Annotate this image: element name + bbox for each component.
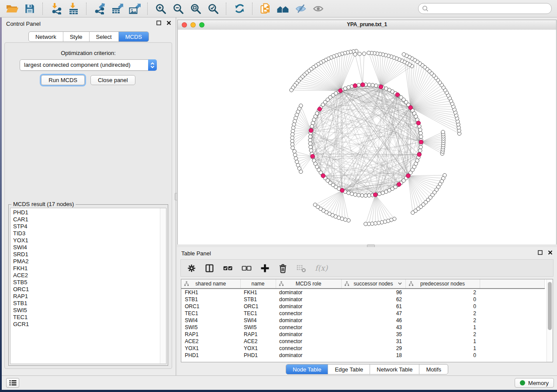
cell-predecessor-nodes: 2 — [405, 289, 480, 296]
select-all-icon — [223, 264, 233, 273]
criterion-dropdown[interactable]: largest connected component (undirected) — [20, 59, 157, 71]
mcds-result-item[interactable]: GCR1 — [13, 321, 166, 328]
hide-selected-button[interactable] — [293, 2, 308, 16]
show-columns-button[interactable] — [205, 264, 214, 273]
control-panel-tab[interactable]: Style — [63, 32, 90, 41]
close-panel-icon[interactable] — [166, 21, 171, 25]
cell-name: YOX1 — [240, 345, 276, 352]
mcds-result-item[interactable]: TEC1 — [13, 314, 166, 321]
column-header[interactable]: shared name — [181, 279, 240, 289]
cell-mcds-role: dominator — [276, 303, 341, 310]
float-panel-icon[interactable] — [156, 21, 161, 25]
table-scrollbar[interactable] — [547, 279, 553, 362]
mcds-result-item[interactable]: RAP1 — [13, 293, 166, 300]
table-row[interactable]: SWI4 SWI4 dominator 46 2 — [181, 317, 544, 324]
duplicate-network-icon — [260, 3, 272, 15]
table-tab[interactable]: Network Table — [370, 364, 419, 374]
select-all-button[interactable] — [223, 264, 233, 273]
table-scrollbar-thumb[interactable] — [548, 282, 552, 330]
table-row[interactable]: FKH1 FKH1 dominator 96 2 — [181, 289, 544, 296]
export-network-button[interactable] — [92, 2, 107, 16]
mcds-result-item[interactable]: STB5 — [13, 279, 166, 286]
eye-slash-icon — [295, 3, 307, 14]
table-row[interactable]: SWI5 SWI5 connector 43 1 — [181, 324, 544, 331]
column-header[interactable]: MCDS role — [276, 279, 341, 289]
export-table-icon — [111, 3, 123, 14]
mcds-result-item[interactable]: ACE2 — [13, 272, 166, 279]
mcds-result-item[interactable]: SRD1 — [13, 251, 166, 258]
table-tab[interactable]: Edge Table — [328, 364, 370, 374]
export-image-button[interactable] — [127, 2, 142, 16]
refresh-button[interactable] — [232, 2, 247, 16]
optimization-criterion-label: Optimization criterion: — [5, 50, 172, 56]
memory-button[interactable]: Memory — [515, 378, 554, 388]
save-session-button[interactable] — [22, 2, 37, 16]
first-neighbors-button[interactable] — [276, 2, 291, 16]
cell-name: SWI4 — [240, 317, 276, 324]
cell-successor-nodes: 35 — [341, 331, 405, 338]
deselect-all-button[interactable] — [242, 264, 252, 273]
export-table-button[interactable] — [110, 2, 125, 16]
control-panel-tab[interactable]: Network — [29, 32, 63, 41]
function-builder-button[interactable]: f(x) — [315, 264, 328, 272]
network-canvas[interactable] — [178, 30, 556, 245]
delete-column-button[interactable] — [296, 263, 306, 273]
control-panel-tab[interactable]: MCDS — [119, 32, 149, 41]
mcds-result-item[interactable]: STB1 — [13, 300, 166, 307]
mcds-result-item[interactable]: CAR1 — [13, 216, 166, 223]
close-panel-button[interactable]: Close panel — [90, 75, 135, 85]
column-header[interactable]: successor nodes — [341, 279, 405, 289]
mcds-result-item[interactable]: PHD1 — [13, 209, 166, 216]
control-panel-title: Control Panel — [6, 21, 41, 27]
mcds-result-item[interactable]: FKH1 — [13, 265, 166, 272]
criterion-value: largest connected component (undirected) — [20, 60, 156, 70]
table-row[interactable]: ACE2 ACE2 connector 31 1 — [181, 338, 544, 345]
run-mcds-button[interactable]: Run MCDS — [41, 75, 85, 85]
table-row[interactable]: PHD1 PHD1 dominator 18 0 — [181, 352, 544, 359]
import-network-button[interactable] — [48, 2, 63, 16]
close-panel-icon[interactable] — [548, 250, 553, 255]
zoom-out-button[interactable] — [171, 2, 186, 16]
mcds-result-item[interactable]: PMA2 — [13, 258, 166, 265]
export-network-icon — [94, 3, 106, 14]
zoom-selected-button[interactable] — [206, 2, 221, 16]
mcds-result-item[interactable]: SWI5 — [13, 307, 166, 314]
zoom-in-button[interactable] — [153, 2, 168, 16]
table-tab[interactable]: Node Table — [286, 364, 329, 374]
cell-shared-name: TEC1 — [181, 310, 240, 317]
column-header[interactable]: name — [240, 279, 276, 289]
table-row[interactable]: TEC1 TEC1 connector 47 2 — [181, 310, 544, 317]
show-all-button[interactable] — [311, 2, 325, 16]
network-titlebar: YPA_prune.txt_1 — [178, 20, 556, 30]
table-row[interactable]: STB1 STB1 dominator 62 0 — [181, 296, 544, 303]
column-header[interactable]: predecessor nodes — [405, 279, 480, 289]
panel-menu-button[interactable] — [6, 378, 19, 388]
mcds-result-item[interactable]: SWI4 — [13, 244, 166, 251]
duplicate-network-button[interactable] — [258, 2, 273, 16]
table-tab[interactable]: Motifs — [419, 364, 448, 374]
column-header[interactable] — [480, 279, 544, 289]
mcds-result-item[interactable]: STP4 — [13, 223, 166, 230]
add-column-button[interactable] — [260, 264, 270, 273]
delete-selected-button[interactable] — [278, 263, 287, 273]
mcds-result-item[interactable]: TID3 — [13, 230, 166, 237]
control-panel-tab[interactable]: Select — [90, 32, 119, 41]
table-row[interactable]: RAP1 RAP1 dominator 35 2 — [181, 331, 544, 338]
plus-icon — [260, 264, 270, 273]
table-settings-button[interactable] — [187, 264, 196, 273]
mcds-list-scrollbar[interactable] — [160, 208, 166, 364]
mcds-result-title: MCDS result (17 nodes) — [11, 201, 76, 207]
table-row[interactable]: ORC1 ORC1 dominator 61 0 — [181, 303, 544, 310]
table-row[interactable]: YOX1 YOX1 connector 29 1 — [181, 345, 544, 352]
search-input[interactable] — [431, 5, 548, 12]
cell-mcds-role: connector — [276, 324, 341, 331]
import-table-button[interactable] — [66, 2, 81, 16]
open-session-button[interactable] — [5, 2, 20, 16]
list-icon — [9, 380, 17, 386]
float-panel-icon[interactable] — [538, 250, 543, 255]
cell-filler — [480, 289, 544, 296]
search-field[interactable] — [418, 3, 552, 14]
mcds-result-item[interactable]: ORC1 — [13, 286, 166, 293]
zoom-fit-button[interactable] — [188, 2, 203, 16]
mcds-result-item[interactable]: YOX1 — [13, 237, 166, 244]
